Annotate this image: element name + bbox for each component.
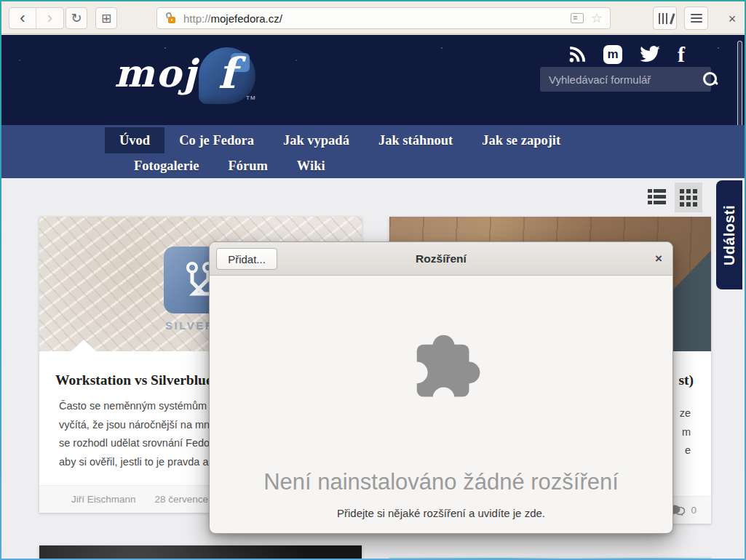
nav-item-wiki[interactable]: Wiki <box>282 153 340 178</box>
search-form <box>540 67 711 92</box>
comment-count[interactable]: 0 <box>691 505 697 516</box>
reload-icon: ↻ <box>71 10 82 26</box>
nav-item-fotogalerie[interactable]: Fotogalerie <box>119 153 213 178</box>
library-button[interactable] <box>653 7 677 30</box>
site-header: moje f TM m f <box>1 35 745 125</box>
back-icon: ‹ <box>20 10 25 26</box>
rss-icon[interactable] <box>568 45 587 64</box>
bookmark-star-icon[interactable]: ☆ <box>591 12 603 25</box>
puzzle-piece-icon <box>390 318 492 420</box>
nav-item-jak-se-zapojit[interactable]: Jak se zapojit <box>467 127 575 153</box>
library-icon <box>659 13 672 24</box>
dialog-headerbar[interactable]: Rozšíření <box>210 242 672 276</box>
search-input[interactable] <box>540 73 702 86</box>
list-view-icon[interactable] <box>648 189 666 206</box>
article-author[interactable]: Jiří Eischmann <box>71 494 136 505</box>
reader-mode-icon[interactable] <box>571 13 584 23</box>
social-links: m f <box>568 44 685 65</box>
nav-item-jak-vypada[interactable]: Jak vypadá <box>269 127 364 153</box>
dialog-close-button[interactable]: × <box>655 242 662 276</box>
main-nav: Úvod Co je Fedora Jak vypadá Jak stáhnou… <box>1 125 745 178</box>
events-tab[interactable]: Události <box>716 180 742 289</box>
dialog-body: Není nainstalováno žádné rozšíření Přide… <box>210 276 672 533</box>
grid-view-icon <box>680 189 697 207</box>
extensions-dialog: Rozšíření Přidat... × Není nainstalováno… <box>209 241 673 534</box>
url-bar[interactable]: http://mojefedora.cz/ ☆ <box>156 7 611 29</box>
nav-item-jak-stahnout[interactable]: Jak stáhnout <box>364 127 467 153</box>
url-host: mojefedora.cz/ <box>211 12 282 25</box>
twitter-icon[interactable] <box>639 45 661 64</box>
forward-icon: › <box>47 10 52 26</box>
window-close-button[interactable]: × <box>723 10 741 28</box>
reload-button[interactable]: ↻ <box>66 7 87 29</box>
excerpt-fragment: m <box>682 426 691 438</box>
back-button[interactable]: ‹ <box>9 8 36 28</box>
article-card-bottom-left[interactable] <box>39 545 362 559</box>
history-nav-group: ‹ › <box>9 7 64 29</box>
add-extension-button[interactable]: Přidat... <box>216 248 277 270</box>
url-scheme: http:// <box>183 12 211 25</box>
trademark-label: TM <box>246 95 256 101</box>
article-title-fragment: st) <box>678 372 694 388</box>
excerpt-fragment: e <box>685 444 691 456</box>
menu-button[interactable] <box>684 7 708 30</box>
forward-button[interactable]: › <box>36 8 63 28</box>
nav-item-uvod[interactable]: Úvod <box>105 127 164 153</box>
insecure-lock-icon[interactable] <box>166 12 178 24</box>
mastodon-icon[interactable]: m <box>603 45 622 64</box>
facebook-icon[interactable]: f <box>678 45 685 64</box>
nav-item-forum[interactable]: Fórum <box>213 153 282 178</box>
browser-window: ‹ › ↻ ⊞ http://mojefedora.cz/ ☆ × moje <box>0 0 746 560</box>
excerpt-fragment: ze <box>680 407 691 419</box>
grid-view-button[interactable] <box>675 183 702 212</box>
new-tab-button[interactable]: ⊞ <box>95 7 117 29</box>
empty-state-heading: Není nainstalováno žádné rozšíření <box>210 469 672 495</box>
article-card-bottom-right[interactable] <box>389 558 711 559</box>
events-tab-label: Události <box>721 205 738 265</box>
new-tab-icon: ⊞ <box>101 11 111 26</box>
dialog-title: Rozšíření <box>210 252 672 265</box>
url-text[interactable]: http://mojefedora.cz/ <box>183 12 282 25</box>
hamburger-icon <box>691 14 702 23</box>
page-viewport: moje f TM m f <box>1 35 745 559</box>
empty-state-subtext: Přidejte si nějaké rozšíření a uvidíte j… <box>210 507 672 519</box>
browser-toolbar: ‹ › ↻ ⊞ http://mojefedora.cz/ ☆ × <box>1 1 745 34</box>
nav-item-co-je-fedora[interactable]: Co je Fedora <box>164 127 269 153</box>
